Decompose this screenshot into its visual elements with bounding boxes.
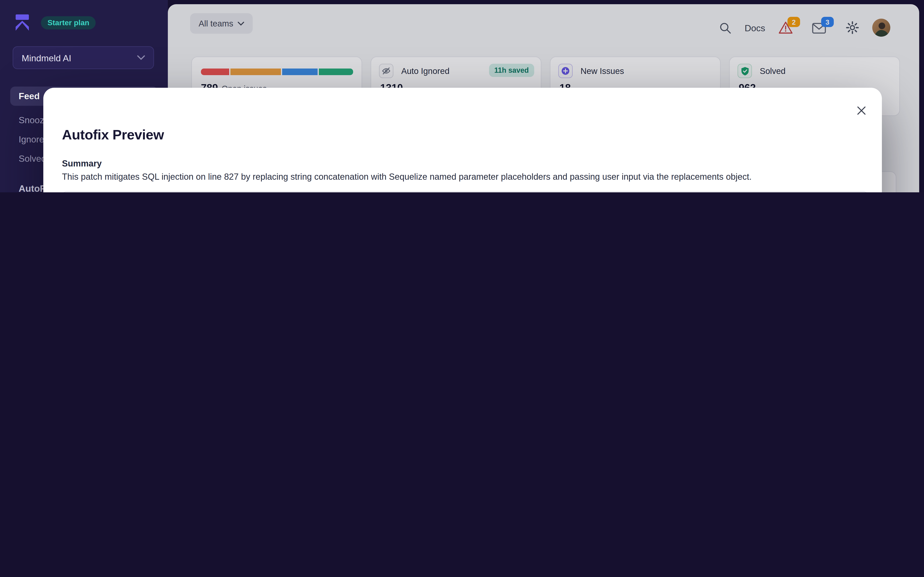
modal-title: Autofix Preview: [62, 127, 164, 143]
severity-segment: [201, 69, 229, 75]
chevron-down-icon: [237, 21, 244, 26]
org-name: Mindmeld AI: [22, 53, 71, 63]
topbar-actions: Docs 2 3: [719, 15, 890, 41]
solved-label: Solved: [760, 66, 785, 76]
chevron-down-icon: [137, 55, 145, 60]
inbox-button[interactable]: 3: [812, 19, 833, 37]
docs-link[interactable]: Docs: [745, 23, 765, 33]
sidebar-item-feed[interactable]: Feed: [19, 91, 40, 101]
app-logo-icon[interactable]: [16, 15, 29, 31]
summary-text: This patch mitigates SQL injection on li…: [62, 172, 862, 182]
new-issues-label: New Issues: [580, 66, 624, 76]
alert-count-badge: 2: [787, 17, 800, 27]
team-filter-label: All teams: [199, 19, 233, 28]
time-saved-badge: 11h saved: [489, 64, 534, 77]
plan-badge: Starter plan: [41, 16, 96, 29]
team-filter-dropdown[interactable]: All teams: [190, 13, 253, 34]
user-avatar[interactable]: [872, 19, 890, 37]
severity-segment: [230, 69, 281, 75]
eye-off-icon: [379, 64, 393, 78]
severity-distribution-bar: [201, 69, 353, 75]
severity-segment: [319, 69, 353, 75]
summary-heading: Summary: [62, 159, 102, 168]
org-selector[interactable]: Mindmeld AI: [13, 46, 154, 69]
close-icon[interactable]: [857, 106, 866, 115]
alerts-button[interactable]: 2: [779, 19, 799, 37]
gear-icon[interactable]: [846, 21, 859, 34]
severity-segment: [282, 69, 318, 75]
autofix-preview-modal: Autofix Preview Summary This patch mitig…: [43, 88, 882, 192]
sidebar-item-solved[interactable]: Solved: [19, 153, 46, 163]
shield-check-icon: [738, 64, 752, 78]
screen: Starter plan Mindmeld AI FeedSnoozedIgno…: [0, 0, 924, 192]
avatar-portrait: [872, 19, 890, 37]
file-name: pkg/agents/agents.go: [63, 192, 867, 192]
inbox-count-badge: 3: [821, 17, 834, 27]
diff-viewer: pkg/agents/agents.go @@ -825,6 +825,9 @@…: [62, 191, 868, 192]
search-icon[interactable]: [719, 21, 731, 34]
plus-circle-icon: [558, 64, 573, 78]
auto-ignored-label: Auto Ignored: [401, 66, 449, 76]
